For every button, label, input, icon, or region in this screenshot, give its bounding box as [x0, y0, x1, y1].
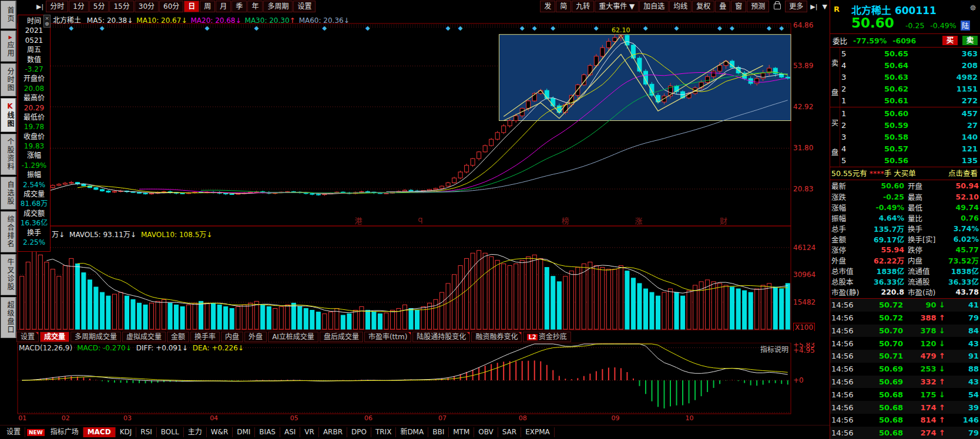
- indicator-tab-KDJ[interactable]: KDJ: [116, 427, 137, 437]
- toolbar-button-发[interactable]: 发: [540, 1, 555, 12]
- bid-row[interactable]: 150.60457: [840, 107, 980, 119]
- vol-tab-设置[interactable]: 设置: [16, 332, 39, 342]
- period-button-月[interactable]: 月: [216, 1, 231, 12]
- toolbar-button-加自选[interactable]: 加自选: [639, 1, 669, 12]
- indicator-tab-SAR[interactable]: SAR: [498, 427, 521, 437]
- ask-row[interactable]: 350.634982: [840, 71, 980, 83]
- sidebar-item-个股资料[interactable]: 个股资料: [1, 134, 16, 175]
- indicator-tab-MACD[interactable]: MACD: [83, 427, 116, 437]
- period-button-多周期[interactable]: 多周期: [263, 1, 293, 12]
- indicator-tab-BOLL[interactable]: BOLL: [157, 427, 184, 437]
- volume-bar: [637, 283, 642, 329]
- indicator-tab-RSI[interactable]: RSI: [136, 427, 157, 437]
- sidebar-item-K线图[interactable]: K线图: [1, 98, 16, 132]
- buy-button[interactable]: 买: [942, 36, 958, 45]
- period-button-30分[interactable]: 30分: [135, 1, 159, 12]
- indicator-tab-设置[interactable]: 设置: [2, 427, 25, 437]
- toolbar-button-窗[interactable]: 窗: [731, 1, 746, 12]
- info-line: 数值: [18, 55, 50, 65]
- bid-row[interactable]: 450.57121: [840, 143, 980, 155]
- vol-tab-盘后成交量[interactable]: 盘后成交量: [320, 332, 363, 342]
- toolbar-button-均线[interactable]: 均线: [669, 1, 692, 12]
- period-button-15分[interactable]: 15分: [109, 1, 133, 12]
- sidebar-item-超级盘口[interactable]: 超级盘口: [1, 297, 16, 338]
- indicator-tab-W&R[interactable]: W&R: [207, 427, 233, 437]
- ask-row[interactable]: 450.64208: [840, 59, 980, 71]
- kline-volume-macd-chart[interactable]: ◆◆◆◆◆◆◆◆◆◆◆◆◆◆◆◆◆◆62.10: [16, 13, 830, 424]
- sidebar-item-分时图[interactable]: 分时图: [1, 63, 16, 96]
- indicator-tab-指标广场[interactable]: 指标广场: [46, 427, 83, 437]
- bid-row[interactable]: 250.5927: [840, 119, 980, 131]
- vol-tab-换手率[interactable]: 换手率: [190, 332, 220, 342]
- indicator-tab-TRIX[interactable]: TRIX: [371, 427, 396, 437]
- peak-price-label: 62.10: [612, 26, 630, 34]
- indicator-tab-ARBR[interactable]: ARBR: [319, 427, 347, 437]
- ask-row[interactable]: 250.621151: [840, 83, 980, 95]
- sidebar-item-综合排名[interactable]: 综合排名: [1, 211, 16, 252]
- vol-tab-外盘[interactable]: 外盘: [244, 332, 267, 342]
- collapse-right-icon[interactable]: ▶|: [810, 3, 817, 11]
- toolbar-button-叠[interactable]: 叠: [715, 1, 730, 12]
- indicator-tab-EXPMA[interactable]: EXPMA: [521, 427, 555, 437]
- indicator-tab-BBI[interactable]: BBI: [428, 427, 449, 437]
- close-icon[interactable]: ×: [45, 15, 49, 21]
- vol-tab-融资融券变化[interactable]: 融资融券变化: [471, 332, 522, 342]
- indicator-tab-VR[interactable]: VR: [300, 427, 319, 437]
- bid-row[interactable]: 550.56135: [840, 155, 980, 167]
- info-line: 2.25%: [18, 238, 50, 247]
- vol-tab-AI立桩成交量[interactable]: AI立桩成交量: [268, 332, 318, 342]
- collapse-left-icon[interactable]: ▶|: [36, 3, 43, 11]
- indicator-tab-ASI[interactable]: ASI: [280, 427, 300, 437]
- toolbar-button-简[interactable]: 简: [556, 1, 571, 12]
- sidebar-item-自选股[interactable]: 自选股: [1, 177, 16, 210]
- indicator-tab-新DMA[interactable]: 新DMA: [396, 427, 428, 437]
- big-order-ticker[interactable]: 50.55元有 ****手 大买单 点击查看: [830, 167, 980, 180]
- indicator-tab-MTM[interactable]: MTM: [449, 427, 474, 437]
- period-button-1分[interactable]: 1分: [69, 1, 89, 12]
- period-button-设置[interactable]: 设置: [293, 1, 316, 12]
- volume-axis-label: 46124: [793, 244, 827, 252]
- gear-icon[interactable]: ☸: [969, 4, 976, 12]
- toolbar-button-预测[interactable]: 预测: [747, 1, 769, 12]
- period-button-季[interactable]: 季: [231, 1, 247, 12]
- vol-tab-资金抄底[interactable]: L2资金抄底: [523, 332, 570, 342]
- volume-bar: [360, 306, 364, 329]
- indicator-help-link[interactable]: 指标说明: [760, 344, 788, 354]
- vol-tab-内盘[interactable]: 内盘: [221, 332, 243, 342]
- indicator-tab-OBV[interactable]: OBV: [474, 427, 498, 437]
- candle-body: [365, 192, 370, 193]
- vol-tab-多周期成交量[interactable]: 多周期成交量: [71, 332, 121, 342]
- period-button-日[interactable]: 日: [184, 1, 199, 12]
- toolbar-button-重大事件[interactable]: 重大事件 ▼: [595, 1, 639, 12]
- period-button-周[interactable]: 周: [200, 1, 215, 12]
- volume-bar: [75, 264, 79, 329]
- indicator-tab-主力[interactable]: 主力: [184, 427, 207, 437]
- sidebar-item-应用[interactable]: ▶应用: [1, 31, 16, 62]
- bid-row[interactable]: 350.58140: [840, 131, 980, 143]
- period-button-年[interactable]: 年: [247, 1, 263, 12]
- toolbar-button-更多[interactable]: 更多: [785, 1, 807, 12]
- sidebar-item-首页[interactable]: 首页: [1, 1, 16, 29]
- ask-row[interactable]: 550.65363: [840, 48, 980, 59]
- vol-tab-市盈率(ttm)[interactable]: 市盈率(ttm): [364, 332, 411, 342]
- vol-tab-金额[interactable]: 金额: [167, 332, 189, 342]
- toolbar-button-复权[interactable]: 复权: [692, 1, 714, 12]
- dropdown-caret-icon[interactable]: ▼: [823, 3, 827, 11]
- vol-tab-陆股通持股变化[interactable]: 陆股通持股变化: [412, 332, 470, 342]
- period-button-60分[interactable]: 60分: [159, 1, 183, 12]
- toolbar-button-九转[interactable]: 九转: [572, 1, 594, 12]
- gear-icon[interactable]: ☸: [45, 21, 49, 27]
- indicator-tab-BIAS[interactable]: BIAS: [255, 427, 280, 437]
- lock-icon[interactable]: [774, 4, 781, 9]
- vol-tab-成交量[interactable]: 成交量: [40, 332, 69, 342]
- indicator-tab-DPO[interactable]: DPO: [347, 427, 371, 437]
- period-button-5分[interactable]: 5分: [89, 1, 109, 12]
- indicator-tab-DMI[interactable]: DMI: [233, 427, 255, 437]
- ticker-view-link[interactable]: 点击查看: [948, 167, 980, 180]
- vol-tab-虚拟成交量[interactable]: 虚拟成交量: [122, 332, 166, 342]
- sell-button[interactable]: 卖: [962, 36, 978, 45]
- ask-row[interactable]: 150.61272: [840, 95, 980, 107]
- detail-value: 52.10: [943, 193, 979, 201]
- sidebar-item-牛叉诊股[interactable]: 牛叉诊股: [1, 254, 16, 295]
- period-button-分时[interactable]: 分时: [46, 1, 68, 12]
